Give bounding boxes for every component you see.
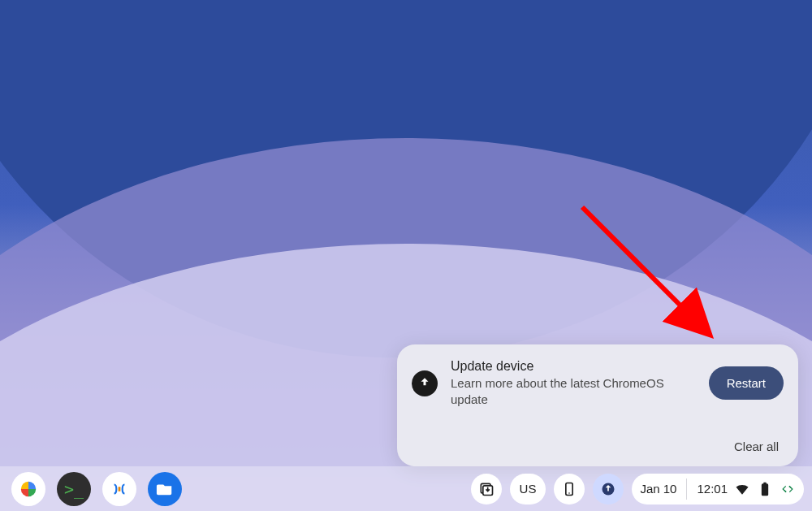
files-app-icon[interactable]: [148, 472, 182, 506]
shelf-status-area: US Jan 10 12:01: [471, 474, 806, 505]
status-tray[interactable]: Jan 10 12:01: [632, 474, 804, 505]
notification-body: Learn more about the latest ChromeOS upd…: [451, 375, 696, 407]
tote-tray-icon[interactable]: [471, 474, 502, 505]
update-available-icon[interactable]: [593, 474, 624, 505]
restart-button[interactable]: Restart: [709, 366, 784, 400]
time-label: 12:01: [697, 482, 728, 496]
battery-icon: [757, 481, 773, 497]
notification-text: Update device Learn more about the lates…: [451, 359, 696, 407]
phone-hub-icon[interactable]: [554, 474, 585, 505]
notification-panel: Update device Learn more about the lates…: [397, 344, 798, 466]
clear-all-button[interactable]: Clear all: [734, 440, 779, 453]
input-method-indicator[interactable]: US: [510, 474, 546, 505]
notification-title: Update device: [451, 359, 696, 374]
svg-point-4: [569, 492, 571, 494]
wifi-icon: [734, 481, 750, 497]
update-icon: [412, 370, 438, 396]
shelf-pinned-apps: >_: [6, 472, 182, 506]
pwa-app-icon[interactable]: [102, 472, 136, 506]
shelf: >_ US Jan 10 12:01: [0, 466, 812, 511]
dev-mode-icon: [780, 481, 796, 497]
notification-item[interactable]: Update device Learn more about the lates…: [412, 359, 784, 407]
terminal-app-icon[interactable]: >_: [57, 472, 91, 506]
photos-app-icon[interactable]: [11, 472, 45, 506]
date-label: Jan 10: [640, 482, 676, 496]
divider: [686, 479, 687, 500]
